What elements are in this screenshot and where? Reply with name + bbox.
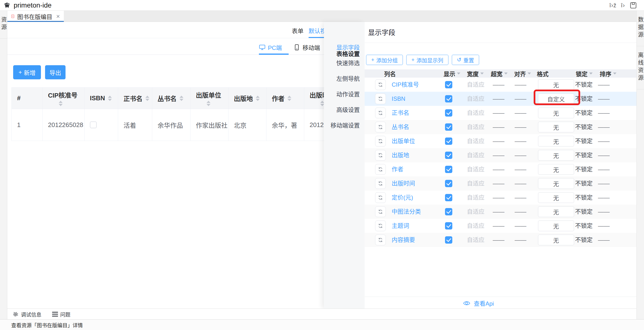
sidebar-item[interactable]: 快速筛选 bbox=[336, 58, 360, 67]
visible-checkbox[interactable] bbox=[445, 222, 452, 230]
rail-item[interactable]: 离线资源 bbox=[636, 52, 644, 82]
add-button[interactable]: + 新增 bbox=[13, 65, 41, 79]
isbn-checkbox[interactable] bbox=[90, 121, 97, 128]
visible-checkbox[interactable] bbox=[445, 81, 452, 88]
field-name-link[interactable]: 中图法分类 bbox=[392, 205, 421, 219]
field-row[interactable]: 作者 自适应 —— —— 无 不锁定 —— bbox=[364, 162, 636, 176]
field-name-link[interactable]: 出版时间 bbox=[392, 176, 415, 191]
chevron-down-icon[interactable] bbox=[613, 72, 616, 74]
field-name-link[interactable]: 正书名 bbox=[392, 106, 409, 120]
titlebar-glyph2-icon[interactable]: î› bbox=[621, 2, 625, 9]
visible-checkbox[interactable] bbox=[445, 166, 452, 173]
field-row[interactable]: 中图法分类 自适应 —— —— 无 不锁定 —— bbox=[364, 205, 636, 219]
sidebar-item[interactable]: 显示字段 bbox=[336, 43, 360, 51]
chevron-down-icon[interactable] bbox=[504, 72, 508, 74]
format-button[interactable]: 无 bbox=[538, 108, 574, 118]
grid-column-header[interactable]: 格式 bbox=[537, 69, 548, 78]
column-header[interactable]: 作者 bbox=[266, 88, 304, 109]
sidebar-item[interactable]: 高级设置 bbox=[336, 105, 360, 114]
refresh-icon[interactable] bbox=[375, 192, 386, 203]
field-row[interactable]: 主题词 自适应 —— —— 无 不锁定 —— bbox=[364, 219, 636, 233]
field-row[interactable]: 丛书名 自适应 —— —— 无 不锁定 —— bbox=[364, 120, 636, 134]
field-row[interactable]: 出版地 自适应 —— —— 无 不锁定 —— bbox=[364, 148, 636, 162]
field-row[interactable]: CIP核准号 自适应 —— —— 无 不锁定 —— bbox=[364, 78, 636, 92]
refresh-icon[interactable] bbox=[375, 108, 386, 118]
refresh-icon[interactable] bbox=[375, 221, 386, 231]
format-button[interactable]: 无 bbox=[538, 206, 574, 217]
column-header[interactable]: 出版单位 bbox=[190, 88, 228, 109]
sort-arrows-icon[interactable] bbox=[206, 101, 210, 106]
problems-button[interactable]: 问题 bbox=[52, 311, 70, 318]
column-header[interactable]: # bbox=[12, 88, 42, 109]
sidebar-item[interactable]: 动作设置 bbox=[336, 90, 360, 98]
visible-checkbox[interactable] bbox=[445, 180, 452, 187]
visible-checkbox[interactable] bbox=[445, 123, 452, 131]
grid-column-header[interactable]: 超宽 bbox=[491, 69, 508, 78]
visible-checkbox[interactable] bbox=[445, 95, 452, 102]
field-row[interactable]: 内容摘要 自适应 —— —— 无 不锁定 —— bbox=[364, 233, 636, 247]
sort-arrows-icon[interactable] bbox=[320, 101, 324, 106]
format-button[interactable]: 无 bbox=[538, 221, 574, 231]
chevron-down-icon[interactable] bbox=[589, 72, 592, 74]
refresh-icon[interactable] bbox=[375, 206, 386, 217]
rail-item-resources[interactable]: 资源 bbox=[0, 16, 8, 32]
view-api-link[interactable]: 查看Api bbox=[463, 299, 494, 307]
field-name-link[interactable]: 作者 bbox=[392, 162, 403, 176]
table-row[interactable]: 1 2012265028 活着 余华作品 作家出版社 北京 余华，著 2012. bbox=[12, 109, 346, 141]
refresh-icon[interactable] bbox=[375, 93, 386, 104]
panel-action-button[interactable]: + 添加分组 bbox=[366, 55, 403, 65]
visible-checkbox[interactable] bbox=[445, 152, 452, 159]
chevron-down-icon[interactable] bbox=[480, 72, 484, 74]
sidebar-item[interactable]: 左侧导航 bbox=[336, 74, 360, 82]
panel-action-button[interactable]: ↺ 重置 bbox=[452, 55, 479, 65]
visible-checkbox[interactable] bbox=[445, 208, 452, 215]
refresh-icon[interactable] bbox=[375, 136, 386, 146]
refresh-icon[interactable] bbox=[375, 79, 386, 90]
grid-column-header[interactable]: 显示 bbox=[444, 69, 460, 78]
sort-arrows-icon[interactable] bbox=[108, 96, 112, 101]
refresh-icon[interactable] bbox=[375, 164, 386, 175]
chevron-down-icon[interactable] bbox=[457, 72, 460, 74]
format-button[interactable]: 无 bbox=[538, 136, 574, 146]
refresh-icon[interactable] bbox=[375, 122, 386, 132]
grid-column-header[interactable]: 列名 bbox=[384, 69, 396, 78]
close-icon[interactable]: × bbox=[56, 13, 60, 19]
format-button[interactable]: 无 bbox=[538, 192, 574, 203]
visible-checkbox[interactable] bbox=[445, 109, 452, 117]
tab-form[interactable]: 表单 bbox=[292, 26, 304, 35]
grid-column-header[interactable]: 排序 bbox=[600, 69, 616, 78]
grid-column-header[interactable]: 对齐 bbox=[514, 69, 531, 78]
field-name-link[interactable]: 出版地 bbox=[392, 148, 409, 162]
field-row[interactable]: ISBN 自适应 —— —— 自定义 不锁定 —— bbox=[364, 92, 636, 106]
sort-arrows-icon[interactable] bbox=[59, 101, 62, 106]
refresh-icon[interactable] bbox=[375, 178, 386, 189]
field-name-link[interactable]: CIP核准号 bbox=[392, 78, 419, 92]
tab-book-cip[interactable]: 图书在版编目 × bbox=[7, 11, 64, 22]
column-header[interactable]: 丛书名 bbox=[152, 88, 190, 109]
column-header[interactable]: 出版地 bbox=[228, 88, 266, 109]
column-header[interactable]: ISBN bbox=[84, 88, 118, 109]
refresh-icon[interactable] bbox=[375, 235, 386, 245]
export-button[interactable]: 导出 bbox=[45, 65, 66, 79]
visible-checkbox[interactable] bbox=[445, 194, 452, 201]
column-header[interactable]: CIP核准号 bbox=[42, 88, 84, 109]
field-name-link[interactable]: 丛书名 bbox=[392, 120, 409, 134]
refresh-icon[interactable] bbox=[375, 150, 386, 161]
visible-checkbox[interactable] bbox=[445, 137, 452, 145]
tab-mobile[interactable]: 移动端 bbox=[294, 43, 320, 52]
save-icon[interactable] bbox=[630, 1, 637, 9]
debug-info-button[interactable]: 调试信息 bbox=[12, 311, 42, 318]
field-name-link[interactable]: 内容摘要 bbox=[392, 233, 415, 247]
tab-pc[interactable]: PC端 bbox=[259, 43, 282, 52]
sidebar-item[interactable]: 移动端设置 bbox=[330, 121, 360, 129]
format-button[interactable]: 无 bbox=[538, 235, 574, 245]
column-header[interactable]: 正书名 bbox=[118, 88, 152, 109]
format-button[interactable]: 无 bbox=[538, 79, 574, 90]
format-button[interactable]: 无 bbox=[538, 164, 574, 175]
field-name-link[interactable]: 定价(元) bbox=[392, 191, 413, 205]
format-button[interactable]: 自定义 bbox=[538, 93, 574, 104]
rail-item[interactable]: 数据源 bbox=[636, 16, 644, 39]
sort-arrows-icon[interactable] bbox=[146, 96, 149, 101]
field-row[interactable]: 出版时间 自适应 —— —— 无 不锁定 —— bbox=[364, 176, 636, 191]
field-name-link[interactable]: 出版单位 bbox=[392, 134, 415, 148]
